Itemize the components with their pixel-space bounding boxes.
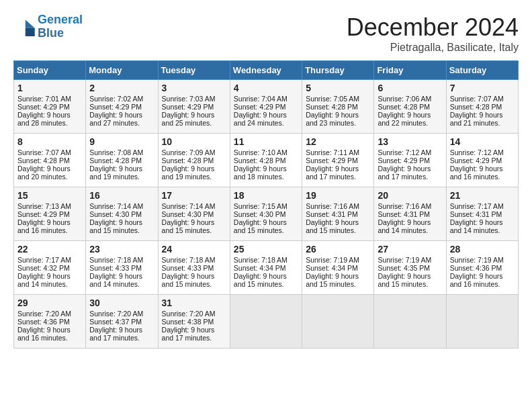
header-tuesday: Tuesday: [158, 61, 230, 80]
daylight-text: Daylight: 9 hours and 16 minutes.: [17, 326, 71, 342]
day-number: 5: [306, 83, 370, 93]
svg-marker-2: [26, 28, 35, 36]
sunset-text: Sunset: 4:29 PM: [378, 156, 430, 165]
sunrise-text: Sunrise: 7:13 AM: [17, 202, 71, 210]
sunrise-text: Sunrise: 7:08 AM: [89, 148, 143, 156]
daylight-text: Daylight: 9 hours and 15 minutes.: [89, 218, 142, 234]
sunrise-text: Sunrise: 7:17 AM: [17, 256, 71, 264]
calendar-week-row: 29Sunrise: 7:20 AMSunset: 4:36 PMDayligh…: [14, 295, 519, 349]
day-number: 3: [162, 83, 226, 93]
table-row: 10Sunrise: 7:09 AMSunset: 4:28 PMDayligh…: [158, 134, 230, 187]
day-number: 17: [162, 190, 226, 201]
daylight-text: Daylight: 9 hours and 20 minutes.: [17, 165, 71, 181]
day-number: 28: [450, 244, 515, 255]
table-row: 23Sunrise: 7:18 AMSunset: 4:33 PMDayligh…: [86, 241, 158, 295]
sunset-text: Sunset: 4:29 PM: [89, 103, 142, 111]
sunset-text: Sunset: 4:31 PM: [450, 210, 502, 218]
day-number: 7: [450, 83, 515, 93]
daylight-text: Daylight: 9 hours and 25 minutes.: [162, 111, 215, 127]
table-row: [446, 295, 518, 349]
daylight-text: Daylight: 9 hours and 15 minutes.: [306, 218, 359, 234]
sunrise-text: Sunrise: 7:02 AM: [89, 95, 143, 103]
location-title: Pietragalla, Basilicate, Italy: [347, 42, 519, 54]
sunset-text: Sunset: 4:33 PM: [89, 264, 142, 272]
daylight-text: Daylight: 9 hours and 14 minutes.: [450, 218, 503, 234]
sunrise-text: Sunrise: 7:20 AM: [17, 310, 71, 318]
sunrise-text: Sunrise: 7:14 AM: [89, 202, 143, 210]
day-number: 25: [234, 244, 298, 255]
sunrise-text: Sunrise: 7:07 AM: [17, 148, 71, 156]
table-row: 1Sunrise: 7:01 AMSunset: 4:29 PMDaylight…: [14, 80, 86, 134]
daylight-text: Daylight: 9 hours and 17 minutes.: [378, 165, 431, 181]
sunset-text: Sunset: 4:29 PM: [17, 210, 70, 218]
table-row: 3Sunrise: 7:03 AMSunset: 4:29 PMDaylight…: [158, 80, 230, 134]
day-number: 27: [378, 244, 442, 255]
sunset-text: Sunset: 4:36 PM: [450, 264, 502, 272]
day-number: 20: [378, 190, 442, 201]
day-number: 19: [306, 190, 370, 201]
sunrise-text: Sunrise: 7:10 AM: [234, 148, 287, 156]
daylight-text: Daylight: 9 hours and 15 minutes.: [162, 272, 215, 288]
sunset-text: Sunset: 4:38 PM: [162, 318, 214, 326]
sunrise-text: Sunrise: 7:18 AM: [89, 256, 143, 264]
sunrise-text: Sunrise: 7:19 AM: [378, 256, 431, 264]
sunrise-text: Sunrise: 7:12 AM: [450, 148, 504, 156]
table-row: 14Sunrise: 7:12 AMSunset: 4:29 PMDayligh…: [446, 134, 518, 187]
daylight-text: Daylight: 9 hours and 16 minutes.: [450, 165, 503, 181]
table-row: 19Sunrise: 7:16 AMSunset: 4:31 PMDayligh…: [302, 187, 374, 241]
calendar-table: Sunday Monday Tuesday Wednesday Thursday…: [13, 60, 519, 349]
table-row: 6Sunrise: 7:06 AMSunset: 4:28 PMDaylight…: [374, 80, 446, 134]
sunrise-text: Sunrise: 7:06 AM: [378, 95, 431, 103]
calendar-week-row: 15Sunrise: 7:13 AMSunset: 4:29 PMDayligh…: [14, 187, 519, 241]
logo-text: General Blue: [38, 13, 83, 40]
header-sunday: Sunday: [14, 61, 86, 80]
logo-general: General: [38, 13, 83, 26]
sunrise-text: Sunrise: 7:03 AM: [162, 95, 216, 103]
sunrise-text: Sunrise: 7:20 AM: [89, 310, 143, 318]
logo-blue: Blue: [38, 27, 83, 40]
table-row: 27Sunrise: 7:19 AMSunset: 4:35 PMDayligh…: [374, 241, 446, 295]
table-row: [374, 295, 446, 349]
daylight-text: Daylight: 9 hours and 18 minutes.: [234, 165, 287, 181]
header-row: Sunday Monday Tuesday Wednesday Thursday…: [14, 61, 519, 80]
sunrise-text: Sunrise: 7:05 AM: [306, 95, 359, 103]
daylight-text: Daylight: 9 hours and 19 minutes.: [89, 165, 142, 181]
daylight-text: Daylight: 9 hours and 24 minutes.: [234, 111, 287, 127]
page-header: General Blue December 2024 Pietragalla, …: [13, 13, 519, 54]
daylight-text: Daylight: 9 hours and 22 minutes.: [378, 111, 431, 127]
sunrise-text: Sunrise: 7:18 AM: [234, 256, 287, 264]
day-number: 14: [450, 136, 515, 147]
sunset-text: Sunset: 4:28 PM: [89, 156, 142, 165]
day-number: 8: [17, 136, 82, 147]
header-friday: Friday: [374, 61, 446, 80]
daylight-text: Daylight: 9 hours and 16 minutes.: [17, 218, 71, 234]
daylight-text: Daylight: 9 hours and 15 minutes.: [378, 272, 431, 288]
sunrise-text: Sunrise: 7:14 AM: [162, 202, 216, 210]
table-row: 13Sunrise: 7:12 AMSunset: 4:29 PMDayligh…: [374, 134, 446, 187]
sunset-text: Sunset: 4:28 PM: [378, 103, 430, 111]
table-row: 24Sunrise: 7:18 AMSunset: 4:33 PMDayligh…: [158, 241, 230, 295]
day-number: 24: [162, 244, 226, 255]
sunrise-text: Sunrise: 7:01 AM: [17, 95, 71, 103]
day-number: 6: [378, 83, 442, 93]
day-number: 16: [89, 190, 154, 201]
day-number: 26: [306, 244, 370, 255]
table-row: 5Sunrise: 7:05 AMSunset: 4:28 PMDaylight…: [302, 80, 374, 134]
sunset-text: Sunset: 4:30 PM: [234, 210, 286, 218]
header-saturday: Saturday: [446, 61, 518, 80]
day-number: 1: [17, 83, 82, 93]
table-row: 11Sunrise: 7:10 AMSunset: 4:28 PMDayligh…: [230, 134, 302, 187]
day-number: 2: [89, 83, 154, 93]
table-row: 26Sunrise: 7:19 AMSunset: 4:34 PMDayligh…: [302, 241, 374, 295]
table-row: 8Sunrise: 7:07 AMSunset: 4:28 PMDaylight…: [14, 134, 86, 187]
table-row: [230, 295, 302, 349]
sunset-text: Sunset: 4:29 PM: [234, 103, 286, 111]
table-row: 21Sunrise: 7:17 AMSunset: 4:31 PMDayligh…: [446, 187, 518, 241]
sunset-text: Sunset: 4:31 PM: [306, 210, 358, 218]
logo-icon: [13, 17, 35, 36]
sunrise-text: Sunrise: 7:12 AM: [378, 148, 431, 156]
calendar-week-row: 8Sunrise: 7:07 AMSunset: 4:28 PMDaylight…: [14, 134, 519, 187]
table-row: [302, 295, 374, 349]
day-number: 22: [17, 244, 82, 255]
table-row: 20Sunrise: 7:16 AMSunset: 4:31 PMDayligh…: [374, 187, 446, 241]
